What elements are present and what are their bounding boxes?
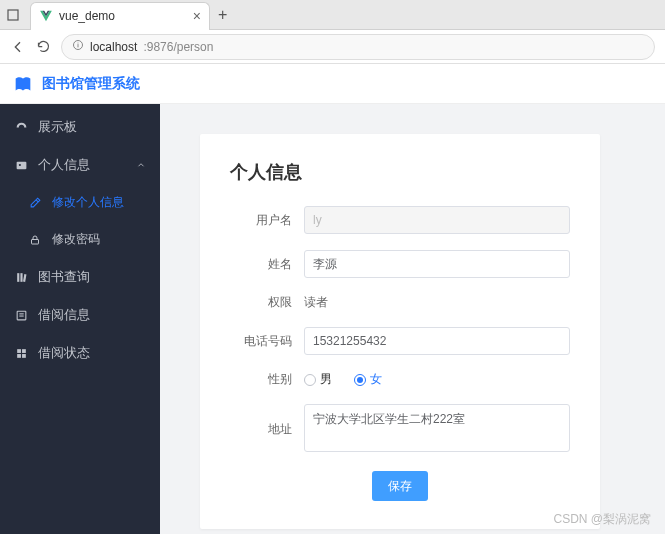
edit-icon [28,196,42,209]
url-path: :9876/person [143,40,213,54]
id-card-icon [14,159,28,172]
gender-radio-female[interactable]: 女 [354,371,382,388]
sidebar-item-profile[interactable]: 个人信息 [0,146,160,184]
phone-input[interactable] [304,327,570,355]
card-title: 个人信息 [230,160,570,184]
label-name: 姓名 [230,256,292,273]
gender-radio-group: 男 女 [304,371,570,388]
save-button[interactable]: 保存 [372,471,428,501]
svg-rect-0 [8,10,18,20]
dashboard-icon [14,121,28,134]
address-textarea[interactable] [304,404,570,452]
svg-rect-14 [22,349,26,353]
site-info-icon[interactable] [72,39,84,54]
sidebar-item-label: 展示板 [38,118,77,136]
app-header: 图书馆管理系统 [0,64,665,104]
label-gender: 性别 [230,371,292,388]
back-button[interactable] [10,39,26,55]
sidebar-item-label: 个人信息 [38,156,90,174]
browser-tab[interactable]: vue_demo × [30,2,210,30]
window-tabs-icon [0,9,26,21]
svg-rect-13 [17,349,21,353]
lock-icon [28,234,42,246]
url-input[interactable]: localhost:9876/person [61,34,655,60]
chevron-up-icon [136,158,146,173]
browser-tab-bar: vue_demo × + [0,0,665,30]
app-logo-icon [12,73,34,95]
app-title: 图书馆管理系统 [42,75,140,93]
username-input [304,206,570,234]
sidebar-item-borrow-status[interactable]: 借阅状态 [0,334,160,372]
sidebar-item-dashboard[interactable]: 展示板 [0,108,160,146]
svg-rect-7 [17,273,19,282]
label-role: 权限 [230,294,292,311]
sidebar-item-label: 借阅信息 [38,306,90,324]
watermark: CSDN @梨涡泥窝 [553,511,651,528]
role-value: 读者 [304,295,328,309]
grid-icon [14,347,28,360]
main-content: 个人信息 用户名 姓名 权限 读者 电话号码 性别 [160,104,665,534]
new-tab-button[interactable]: + [218,6,227,24]
svg-rect-9 [23,274,26,282]
sidebar-item-label: 修改个人信息 [52,194,124,211]
profile-card: 个人信息 用户名 姓名 权限 读者 电话号码 性别 [200,134,600,529]
svg-rect-6 [32,239,39,244]
sidebar-item-label: 修改密码 [52,231,100,248]
list-icon [14,309,28,322]
tab-title: vue_demo [59,9,193,23]
label-phone: 电话号码 [230,333,292,350]
name-input[interactable] [304,250,570,278]
url-host: localhost [90,40,137,54]
sidebar-item-borrow-info[interactable]: 借阅信息 [0,296,160,334]
label-username: 用户名 [230,212,292,229]
vue-favicon-icon [39,9,53,23]
sidebar-item-edit-profile[interactable]: 修改个人信息 [0,184,160,221]
svg-rect-8 [20,273,22,282]
books-icon [14,271,28,284]
refresh-button[interactable] [36,39,51,54]
svg-rect-4 [16,161,26,169]
address-bar: localhost:9876/person [0,30,665,64]
sidebar: 展示板 个人信息 修改个人信息 修改密码 图书查询 借阅信息 借阅状态 [0,104,160,534]
svg-rect-15 [17,354,21,358]
sidebar-item-book-search[interactable]: 图书查询 [0,258,160,296]
svg-point-5 [18,163,20,165]
gender-radio-male[interactable]: 男 [304,371,332,388]
sidebar-item-label: 图书查询 [38,268,90,286]
close-tab-button[interactable]: × [193,8,201,24]
label-address: 地址 [230,421,292,438]
svg-rect-16 [22,354,26,358]
sidebar-item-label: 借阅状态 [38,344,90,362]
sidebar-item-change-password[interactable]: 修改密码 [0,221,160,258]
